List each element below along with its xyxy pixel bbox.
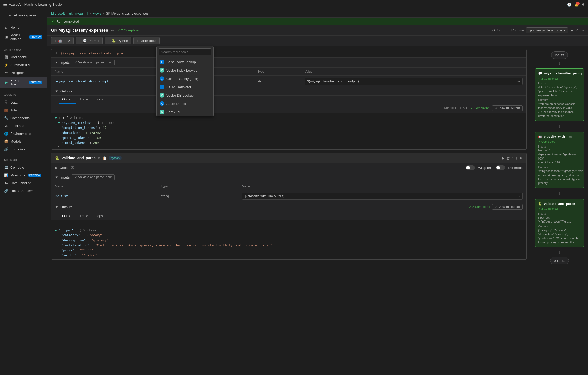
classify-inputs-label: Inputs (538, 145, 581, 148)
sidebar-item-model-catalog[interactable]: ⊞ Model catalog PREVIEW (0, 31, 47, 43)
up-icon[interactable]: ↑ (512, 156, 514, 160)
copy-node2-icon[interactable]: 📋 (103, 156, 107, 160)
sidebar-item-models[interactable]: 📦 Models (0, 137, 47, 145)
dropdown-item-azure-detect[interactable]: A Azure Detect (157, 99, 213, 108)
python-button[interactable]: + 🐍 Python (105, 37, 131, 44)
serp-label: Serp API (166, 110, 180, 114)
clock-icon: 🕐 (567, 3, 571, 7)
node2-tag: python (109, 156, 122, 160)
dropdown-item-faiss[interactable]: F Faiss Index Lookup (157, 58, 213, 66)
view-full-output-btn-2[interactable]: ⤢ View full output (492, 204, 523, 210)
breadcrumb-ml[interactable]: gk-miyagi-ml (69, 11, 88, 15)
redo-icon[interactable]: ↻ (497, 28, 500, 32)
back-icon: ← (8, 13, 12, 17)
settings-node-icon[interactable]: ⚙ (520, 156, 523, 160)
tab-output-2[interactable]: Output (59, 212, 76, 220)
sidebar-item-home[interactable]: ⌂ Home (0, 23, 47, 31)
check-icon-small: ✓ (74, 61, 77, 64)
classify-outputs-content: "\n\n{"description":"\"grocery\"","ven i… (538, 169, 581, 185)
sidebar-item-linked-services[interactable]: 🔗 Linked Services (0, 187, 47, 195)
edit-node2-icon[interactable]: ✏ (98, 156, 101, 160)
dropdown-item-vector[interactable]: V Vector Index Lookup (157, 66, 213, 74)
sidebar-item-monitoring[interactable]: 📊 Monitoring PREVIEW (0, 171, 47, 179)
tab-logs-2[interactable]: Logs (92, 212, 107, 220)
undo-icon[interactable]: ↺ (492, 28, 495, 32)
tab-output-1[interactable]: Output (59, 96, 76, 104)
wrap-text-toggle[interactable] (466, 165, 475, 170)
tab-trace-1[interactable]: Trace (76, 96, 92, 104)
dropdown-search-area (157, 46, 213, 58)
notifications-icon[interactable]: 🔔 3 (574, 3, 579, 7)
node2-inputs-header: ▼ Inputs ✓ Validate and parse input (51, 172, 526, 182)
delete-icon[interactable]: 🗑 (506, 156, 510, 160)
validate-outputs-content: {"category": "Grocery", "description": "… (538, 228, 581, 245)
sidebar-item-prompt-flow[interactable]: ▶ Prompt flow PREVIEW (0, 77, 47, 88)
expand-icon[interactable]: ⤢ (576, 28, 578, 32)
sidebar-item-automated-ml[interactable]: ⚡ Automated ML (0, 61, 47, 69)
sidebar-item-components[interactable]: 🔧 Components (0, 114, 47, 122)
expand-output-icon: ⤢ (495, 106, 498, 110)
down-icon[interactable]: ↓ (516, 156, 518, 160)
runtime-label-1: Run time (444, 106, 456, 110)
dropdown-item-translator[interactable]: T Azure Translator (157, 83, 213, 91)
check-graph-icon-3: ✓ (538, 207, 540, 211)
collapse-icon-4[interactable]: ▼ (55, 205, 58, 209)
col-value-header: Value (301, 68, 526, 76)
compute-icon: 💻 (4, 165, 8, 169)
diff-mode-toggle[interactable] (496, 165, 505, 170)
tab-logs-1[interactable]: Logs (92, 96, 107, 104)
value-input-1[interactable]: ${miyagi_classifier_prompt.output} → (305, 78, 523, 85)
collapse-icon-3[interactable]: ▼ (55, 175, 58, 179)
more-options-icon[interactable]: ⋯ (580, 28, 584, 32)
list-icon[interactable]: ≡ (502, 28, 504, 32)
all-workspaces-link[interactable]: ← All workspaces (4, 11, 42, 19)
classify-graph-title: 🤖 classify_with_llm (538, 135, 581, 138)
model-catalog-icon: ⊞ (4, 35, 8, 39)
miyagi-outputs-content: "You are an expense classifier that resp… (538, 102, 581, 118)
collapse-icon[interactable]: ▼ (55, 61, 58, 65)
cloud-icon[interactable]: ☁ (570, 28, 573, 32)
sidebar-item-designer[interactable]: ✏ Designer (0, 69, 47, 77)
dropdown-item-content-safety[interactable]: C Content Safety (Text) (157, 74, 213, 83)
sidebar-item-data-labeling[interactable]: 🏷 Data Labeling (0, 179, 47, 187)
settings-icon[interactable]: ⚙ (582, 3, 585, 7)
check-icon-small-2: ✓ (74, 175, 77, 179)
node-card-validate-parse: 🐍 validate_and_parse ✏ 📋 python ▶ 🗑 ↑ ↓ … (51, 153, 527, 260)
sidebar-item-notebooks[interactable]: 📓 Notebooks (0, 53, 47, 61)
azure-detect-icon: A (160, 101, 164, 106)
breadcrumb-flows[interactable]: Flows (92, 11, 101, 15)
value-input-2[interactable]: ${classify_with_llm.output} → (242, 193, 523, 200)
completed-indicator-1: ✓ Completed (470, 106, 489, 110)
validate-parse-btn-2[interactable]: ✓ Validate and parse input (72, 174, 115, 180)
dropdown-item-serp[interactable]: S Serp API (157, 108, 213, 116)
dropdown-search-input[interactable] (159, 48, 211, 55)
llm-button[interactable]: + 🤖 LLM (51, 37, 74, 44)
view-full-output-btn-1[interactable]: ⤢ View full output (492, 105, 523, 111)
hamburger-icon[interactable]: ☰ (3, 2, 7, 7)
more-tools-button[interactable]: + More tools (133, 37, 159, 44)
sidebar-item-pipelines[interactable]: ⧖ Pipelines (0, 122, 47, 130)
collapse-icon-2[interactable]: ▼ (55, 89, 58, 93)
sidebar-item-compute[interactable]: 💻 Compute (0, 163, 47, 171)
node2-outputs-label: Outputs (60, 205, 72, 209)
faiss-icon: F (160, 60, 164, 64)
breadcrumb-microsoft[interactable]: Microsoft (51, 11, 65, 15)
expand-code-icon[interactable]: ▶ (55, 166, 58, 170)
sidebar-item-jobs[interactable]: 💼 Jobs (0, 106, 47, 114)
tab-trace-2[interactable]: Trace (76, 212, 92, 220)
content-safety-icon: C (160, 76, 164, 81)
play-icon[interactable]: ▶ (502, 156, 504, 160)
arrow-2: ↓ (535, 123, 584, 130)
prompt-button[interactable]: + 💬 Prompt (76, 37, 103, 44)
check-graph-icon: ✓ (538, 77, 540, 80)
sidebar-item-environments[interactable]: 🌐 Environments (0, 130, 47, 137)
node2-code-header: ▶ Code ⓘ Wrap text (51, 163, 526, 172)
dropdown-item-vector-db[interactable]: V Vector DB Lookup (157, 91, 213, 99)
miyagi-inputs-label: Inputs (538, 82, 581, 85)
col-value-header-2: Value (239, 182, 526, 190)
edit-flow-icon[interactable]: ✏ (111, 28, 114, 32)
info-icon: ⓘ (71, 165, 74, 170)
sidebar-item-endpoints[interactable]: 🔗 Endpoints (0, 145, 47, 153)
validate-parse-btn-1[interactable]: ✓ Validate and parse input (72, 60, 115, 65)
sidebar-item-data[interactable]: 🗄 Data (0, 98, 47, 106)
